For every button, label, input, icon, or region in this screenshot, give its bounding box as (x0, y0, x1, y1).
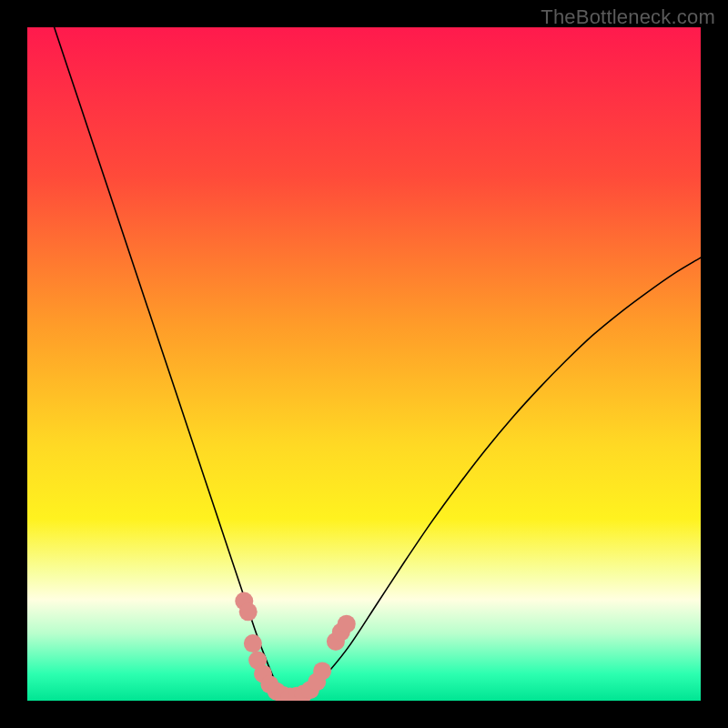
plot-panel (27, 27, 701, 701)
watermark-text: TheBottleneck.com (541, 5, 715, 29)
data-point (313, 662, 331, 680)
data-point (338, 615, 356, 633)
data-point (244, 634, 262, 652)
plot-svg (27, 27, 701, 701)
data-point (239, 602, 258, 621)
chart-frame: TheBottleneck.com (0, 0, 728, 728)
gradient-background (27, 27, 701, 701)
